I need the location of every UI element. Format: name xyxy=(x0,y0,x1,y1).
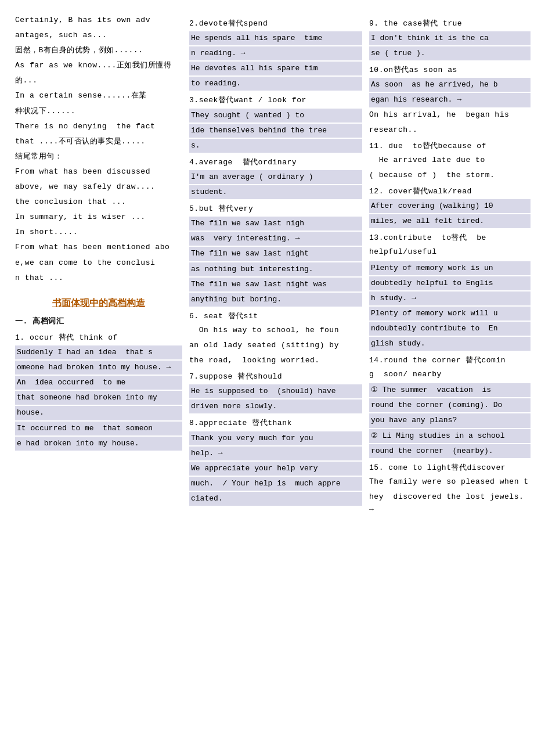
line-jiewei: 结尾常用句： xyxy=(15,150,182,163)
item12-block2: miles, we all felt tired. xyxy=(369,214,531,228)
item13-block4: Plenty of memory work will u xyxy=(369,307,531,321)
section-gaodang: 书面体现中的高档构造 一. 高档词汇 1. occur 替代 think of … xyxy=(15,296,182,451)
item13-block6: glish study. xyxy=(369,337,531,351)
line-that: that ....不可否认的事实是..... xyxy=(15,135,182,148)
item8-block5: ciated. xyxy=(189,492,362,506)
item6-line1: On his way to school, he foun xyxy=(189,324,362,337)
line-certainly: Certainly, B has its own adv xyxy=(15,14,182,27)
item5-block1: The film we saw last nigh xyxy=(189,217,362,231)
item12-block1: After covering (walking) 10 xyxy=(369,199,531,213)
item2-block1: He spends all his spare time xyxy=(189,31,362,45)
item2-block2: n reading. → xyxy=(189,46,362,60)
item14-block1: ① The summer vacation is xyxy=(369,383,531,397)
item15-line2: hey discovered the lost jewels. → xyxy=(369,491,531,516)
item14-block5: round the corner (nearby). xyxy=(369,444,531,458)
item10-header: 10.on替代as soon as xyxy=(369,64,531,77)
item1-block4: that someone had broken into my xyxy=(15,391,182,405)
item14-block4: ② Li Ming studies in a school xyxy=(369,429,531,443)
item4-header: 4.average 替代ordinary xyxy=(189,156,362,169)
item3-header: 3.seek替代want / look for xyxy=(189,94,362,107)
item13-subheader: helpful/useful xyxy=(369,246,531,258)
item5-block4: as nothing but interesting. xyxy=(189,262,362,276)
item5-block6: anything but boring. xyxy=(189,293,362,307)
item12-header: 12. cover替代walk/read xyxy=(369,185,531,198)
item14-subheader: g soon/ nearby xyxy=(369,368,531,381)
main-content: Certainly, B has its own adv antages, su… xyxy=(12,12,522,521)
line-asfar: As far as we know....正如我们所懂得 xyxy=(15,59,182,72)
item8-block4: much. / Your help is much appre xyxy=(189,477,362,491)
item9-header: 9. the case替代 true xyxy=(369,17,531,30)
item6-line2: an old lady seated (sitting) by xyxy=(189,339,362,352)
item3-block2: ide themselves behind the tree xyxy=(189,124,362,138)
item2-header: 2.devote替代spend xyxy=(189,17,362,30)
item2-block4: to reading. xyxy=(189,77,362,91)
item8-block3: We appreciate your help very xyxy=(189,462,362,476)
item14-block3: you have any plans? xyxy=(369,413,531,427)
item8-block2: help. → xyxy=(189,447,362,460)
item5-block5: The film we saw last night was xyxy=(189,278,362,291)
item9-block2: se ( true ). xyxy=(369,46,531,60)
item5-header: 5.but 替代very xyxy=(189,203,362,215)
item10-block1: As soon as he arrived, he b xyxy=(369,78,531,92)
item5-block3: The film we saw last night xyxy=(189,247,362,261)
item1-block6: It occurred to me that someon xyxy=(15,422,182,435)
item11-header: 11. due to替代because of xyxy=(369,140,531,153)
item6-line3: the road, looking worried. xyxy=(189,354,362,367)
line-conclusion: the conclusion that ... xyxy=(15,196,182,208)
item5-block2: was very interesting. → xyxy=(189,232,362,246)
item10-line2: research.. xyxy=(369,124,531,136)
item1-block3: An idea occurred to me xyxy=(15,376,182,390)
section-title: 书面体现中的高档构造 xyxy=(15,296,182,312)
item3-block1: They sought ( wanted ) to xyxy=(189,109,362,123)
line-nthat: n that ... xyxy=(15,272,182,285)
line-nodeny: There is no denying the fact xyxy=(15,120,182,133)
item1-header: 1. occur 替代 think of xyxy=(15,332,182,344)
column-3: 9. the case替代 true I don't think it is t… xyxy=(366,12,534,521)
line-zhong: 种状况下...... xyxy=(15,105,182,118)
item13-header: 13.contribute to替代 be xyxy=(369,232,531,244)
line-inshort: In short..... xyxy=(15,226,182,239)
item2-block3: He devotes all his spare tim xyxy=(189,62,362,75)
item1-block7: e had broken into my house. xyxy=(15,437,182,451)
item14-block2: round the corner (coming). Do xyxy=(369,398,531,412)
line-antages: antages, such as... xyxy=(15,29,182,42)
item8-block1: Thank you very much for you xyxy=(189,431,362,445)
line-fromwhat2: From what has been mentioned abo xyxy=(15,241,182,254)
item15-header: 15. come to light替代discover xyxy=(369,462,531,474)
item7-block1: He is supposed to (should) have xyxy=(189,384,362,398)
column-1: Certainly, B has its own adv antages, su… xyxy=(12,12,186,521)
line-guyou: 固然，B有自身的优势，例如...... xyxy=(15,44,182,57)
item13-block3: h study. → xyxy=(369,291,531,305)
item13-block1: Plenty of memory work is un xyxy=(369,261,531,275)
item8-header: 8.appreciate 替代thank xyxy=(189,417,362,430)
item10-line1: On his arrival, he began his xyxy=(369,109,531,121)
item11-line2: ( because of ) the storm. xyxy=(369,169,531,182)
line-de: 的... xyxy=(15,74,182,87)
item7-header: 7.suppose 替代should xyxy=(189,370,362,383)
item13-block5: ndoubtedly contribute to En xyxy=(369,322,531,336)
item7-block2: driven more slowly. xyxy=(189,399,362,413)
item9-block1: I don't think it is the ca xyxy=(369,31,531,45)
line-ewe: e,we can come to the conclusi xyxy=(15,257,182,269)
item6-header: 6. seat 替代sit xyxy=(189,310,362,323)
item4-block1: I'm an average ( ordinary ) xyxy=(189,170,362,184)
item1-block2: omeone had broken into my house. → xyxy=(15,361,182,375)
item1-block5: house. xyxy=(15,406,182,420)
column-2: 2.devote替代spend He spends all his spare … xyxy=(186,12,366,521)
item15-line1: The family were so pleased when t xyxy=(369,476,531,488)
line-incertain: In a certain sense......在某 xyxy=(15,89,182,102)
item3-block3: s. xyxy=(189,139,362,153)
item13-block2: doubtedly helpful to Englis xyxy=(369,276,531,290)
item14-header: 14.round the corner 替代comin xyxy=(369,354,531,367)
item11-line1: He arrived late due to xyxy=(369,154,531,167)
item1-block1: Suddenly I had an idea that s xyxy=(15,345,182,359)
line-insummary: In summary, it is wiser ... xyxy=(15,211,182,224)
sub-title: 一. 高档词汇 xyxy=(15,315,182,328)
item4-block2: student. xyxy=(189,185,362,199)
line-above: above, we may safely draw.... xyxy=(15,181,182,193)
line-fromwhat: From what has been discussed xyxy=(15,165,182,178)
item10-block2: egan his research. → xyxy=(369,93,531,107)
